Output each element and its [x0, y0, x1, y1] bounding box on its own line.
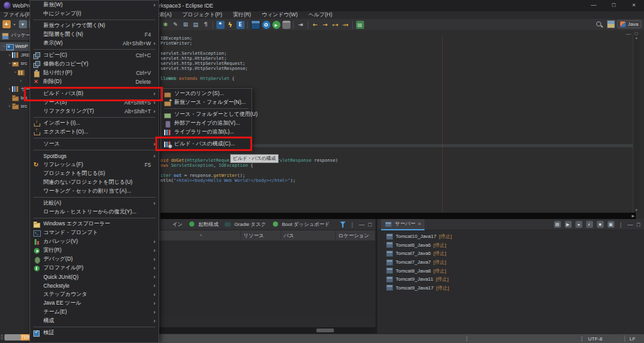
form-icon[interactable] — [192, 21, 200, 29]
context-menu-item-copy-qualified-name[interactable]: 修飾名のコピー(Y) — [30, 60, 158, 69]
context-menu-item-command-prompt[interactable]: コマンド・プロンプト — [30, 228, 158, 237]
new-class-icon[interactable] — [236, 21, 245, 29]
context-menu-item-run-as[interactable]: 実行(R)› — [30, 246, 158, 255]
tree-item-src2-folder[interactable]: ›src — [0, 102, 30, 111]
context-menu-item-source2[interactable]: ソース› — [30, 140, 158, 149]
context-menu-item-close-project[interactable]: プロジェクトを閉じる(S) — [30, 169, 158, 178]
tab-gradle-tasks[interactable]: Gradle タスク — [225, 221, 266, 228]
context-menu-item-build-path[interactable]: ビルド・パス(B)› — [30, 89, 158, 98]
scroll-up-icon[interactable]: ▲ — [633, 36, 640, 40]
next-annotation-icon[interactable] — [297, 21, 305, 29]
expander-icon[interactable]: › — [7, 103, 12, 109]
tree-item-build-folder[interactable]: bui — [0, 94, 30, 103]
context-menu-item-assign-working-sets[interactable]: ワーキング・セットの割り当て(A)... — [30, 187, 158, 196]
external-tools-icon[interactable] — [226, 21, 235, 29]
build-path-submenu-item-configure-build-path[interactable]: ビルド・パスの構成(C)... — [161, 140, 252, 149]
context-menu-item-delete[interactable]: 削除(D)Delete — [30, 77, 158, 86]
scrollbar-thumb[interactable] — [316, 329, 334, 332]
console-icon[interactable] — [251, 20, 260, 30]
close-button[interactable]: × — [624, 0, 644, 11]
profile-server-icon[interactable]: ◐ — [586, 221, 593, 228]
tree-item-project-webproj[interactable]: ›WebP — [0, 42, 30, 51]
status-overflow-icon[interactable]: ⋮ — [464, 336, 469, 342]
tab-servers[interactable]: サーバー × — [381, 219, 425, 230]
context-menu-item-compare-with[interactable]: 比較(A)› — [30, 199, 158, 208]
stop-server-icon[interactable]: ■ — [597, 221, 604, 228]
context-menu-item-windows-explorer[interactable]: Windows エクスプローラー — [30, 220, 158, 228]
save-icon[interactable] — [19, 20, 27, 28]
servers-minimize-icon[interactable]: — — [628, 222, 633, 228]
build-path-submenu-item-add-external-archives[interactable]: 外部アーカイブの追加(V)... — [161, 119, 252, 128]
build-path-submenu-item-add-libraries[interactable]: ライブラリーの追加(L)... — [161, 128, 252, 137]
forward-history-icon[interactable] — [341, 21, 350, 29]
tab-package-explorer[interactable]: パッケージ・ — [0, 30, 30, 41]
context-menu-item-team[interactable]: チーム(E)› — [30, 308, 158, 317]
minimize-button[interactable]: — — [584, 0, 604, 11]
back-history-icon[interactable] — [331, 21, 340, 29]
server-row[interactable]: Tomcat9_Java11[停止] — [377, 275, 644, 284]
view-menu-icon[interactable]: ⋮ — [350, 222, 355, 228]
status-overflow2-icon[interactable]: ⋮ — [579, 336, 584, 342]
menu-help[interactable]: ヘルプ(H) — [308, 11, 332, 19]
context-menu-item-paste[interactable]: 貼り付け(P)Ctrl+V — [30, 69, 158, 77]
build-path-submenu-item-use-as-source-folder[interactable]: ソース・フォルダーとして使用(U) — [161, 110, 252, 119]
context-menu-item-checkstyle[interactable]: Checkstyle› — [30, 281, 158, 290]
server-row[interactable]: Tomcat6_Java6[停止] — [377, 241, 644, 250]
servers-maximize-icon[interactable]: □ — [637, 222, 640, 228]
debug-server-icon[interactable]: ▶ — [565, 221, 572, 228]
context-menu-item-validate[interactable]: 検証 — [30, 329, 158, 337]
column-header-リソース[interactable]: リソース — [241, 230, 281, 240]
context-menu-item-export[interactable]: エクスポート(O)... — [30, 128, 158, 137]
panel-maximize-icon[interactable]: □ — [369, 222, 372, 228]
menu-project[interactable]: プロジェクト(P) — [182, 11, 223, 19]
copy-element-icon[interactable] — [182, 21, 190, 29]
menu-run[interactable]: 実行(R) — [233, 11, 251, 19]
context-menu-item-go-into[interactable]: 中にジャンプ(I) — [30, 9, 158, 18]
build-path-submenu-item-link-source[interactable]: ソースのリンク(S)... — [161, 89, 252, 98]
java-perspective-button[interactable]: Java — [617, 20, 641, 28]
tab-launch-configuration[interactable]: 起動構成 — [189, 221, 218, 228]
expander-icon[interactable]: › — [7, 52, 12, 58]
search-icon[interactable] — [596, 21, 602, 28]
column-header-ロケーション[interactable]: ロケーション — [336, 230, 375, 240]
context-menu-item-spotbugs[interactable]: SpotBugs› — [30, 152, 158, 160]
editor-horizontal-scrollbar[interactable]: ▶ — [160, 213, 636, 219]
menu-window[interactable]: ウィンドウ(W) — [262, 11, 297, 19]
context-menu-item-open-in-new-window[interactable]: 新規ウィンドウで開く(N) — [30, 21, 158, 30]
context-menu-item-coverage-as[interactable]: カバレッジ(V)› — [30, 237, 158, 246]
context-menu-item-open-type-hierarchy[interactable]: 型階層を開く(N)F4 — [30, 30, 158, 39]
server-row[interactable]: Tomcat7_Java7[停止] — [377, 258, 644, 267]
expander-icon[interactable]: › — [7, 86, 12, 92]
context-menu-item-debug-as[interactable]: デバッグ(D)› — [30, 255, 158, 264]
context-menu-item-refresh[interactable]: リフレッシュ(F)F5 — [30, 160, 158, 169]
new-server-icon[interactable]: ▤ — [554, 221, 561, 228]
expander-icon[interactable]: › — [18, 78, 23, 84]
tree-item-jre-library[interactable]: ›JRE — [0, 51, 30, 60]
context-menu-item-show-in[interactable]: 表示(W)Alt+Shift+W› — [30, 39, 158, 48]
context-menu-item-profile-as[interactable]: プロファイル(P)› — [30, 264, 158, 273]
column-header-blank[interactable]: ^ — [159, 230, 241, 240]
panel-minimize-icon[interactable]: — — [359, 222, 365, 228]
tree-item-server-library[interactable]: ›サー — [0, 85, 30, 94]
terminate-icon[interactable] — [262, 21, 270, 29]
tree-item-package[interactable]: › — [0, 68, 30, 77]
server-row[interactable]: Tomcat9_Java17[停止] — [377, 284, 644, 293]
edit-icon[interactable] — [172, 21, 180, 29]
tree-item-class-node[interactable]: › — [0, 76, 30, 85]
context-menu-item-new[interactable]: 新規(W)› — [30, 1, 158, 9]
column-header-パス[interactable]: パス — [281, 230, 336, 240]
maximize-button[interactable]: □ — [604, 0, 624, 11]
server-row[interactable]: Tomcat8_Java8[停止] — [377, 266, 644, 275]
build-path-submenu-item-new-source-folder[interactable]: 新規ソース・フォルダー(N)... — [161, 98, 252, 107]
context-menu-item-import[interactable]: インポート(I)... — [30, 119, 158, 128]
context-menu-item-close-unrelated[interactable]: 関連のないプロジェクトを閉じる(U) — [30, 178, 158, 187]
menu-file[interactable]: ファイル(F) — [3, 11, 32, 19]
tree-item-src-folder[interactable]: ›src — [0, 59, 30, 68]
new-dropdown-icon[interactable]: ▾ — [13, 20, 17, 28]
tab-outline-fragment[interactable]: イン — [163, 221, 182, 228]
server-row[interactable]: Tomcat7_Java6[停止] — [377, 249, 644, 258]
servers-view-menu-icon[interactable]: ⋮ — [618, 222, 624, 228]
context-menu-item-source[interactable]: ソース(S)Alt+Shift+S› — [30, 98, 158, 107]
menu-search-fragment[interactable]: 索(A) — [159, 11, 172, 19]
context-menu-item-refactor[interactable]: リファクタリング(T)Alt+Shift+T› — [30, 107, 158, 116]
